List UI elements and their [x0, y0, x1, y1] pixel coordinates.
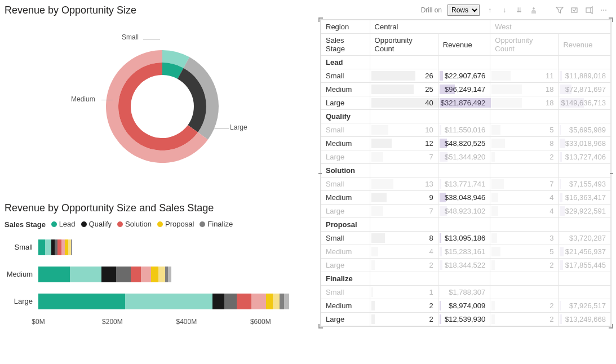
bar-row-small[interactable]: Small [5, 237, 309, 258]
table-row[interactable]: Small1$1,788,307 [321, 286, 611, 299]
table-row[interactable]: Medium4$15,283,1615$21,456,937 [321, 245, 611, 259]
row-size: Small [321, 123, 370, 137]
stage-row[interactable]: Lead [321, 56, 611, 69]
col-oppcount-w[interactable]: Opportunity Count [490, 34, 559, 56]
drill-up-icon[interactable]: ↑ [485, 6, 494, 15]
table-row[interactable]: Large40$321,876,49218$149,636,713 [321, 96, 611, 110]
legend-item-proposal[interactable]: Proposal [157, 220, 194, 228]
row-size: Large [321, 205, 370, 218]
cell-cnt-w: 4 [490, 191, 559, 205]
table-row[interactable]: Medium12$48,820,5258$33,018,968 [321, 137, 611, 150]
table-row[interactable]: Medium2$8,974,0092$7,926,517 [321, 299, 611, 313]
cell-rev: $48,923,102 [438, 205, 490, 218]
bar-seg [151, 267, 158, 282]
bar-seg-faded [158, 267, 165, 282]
bar-row-large[interactable]: Large [5, 291, 309, 312]
table-row[interactable]: Medium25$96,249,14718$72,871,697 [321, 83, 611, 96]
table-row[interactable]: Large7$51,344,9202$13,727,406 [321, 150, 611, 164]
cell-rev-w: $149,636,713 [559, 96, 611, 110]
bar-row-medium[interactable]: Medium [5, 264, 309, 285]
cell-rev: $48,820,525 [438, 137, 490, 150]
cell-cnt: 10 [370, 123, 438, 137]
cell-rev-w: $13,727,406 [559, 150, 611, 164]
table-row[interactable]: Medium9$38,048,9464$16,363,417 [321, 191, 611, 205]
legend-item-lead[interactable]: Lead [51, 220, 76, 228]
legend-item-finalize[interactable]: Finalize [200, 220, 233, 228]
table-row[interactable]: Small8$13,095,1863$3,720,287 [321, 232, 611, 245]
cell-cnt: 40 [370, 96, 438, 110]
row-size: Large [321, 259, 370, 272]
bar-seg-faded [251, 294, 266, 309]
bar-seg-faded [224, 294, 236, 309]
cell-cnt-w: 2 [490, 150, 559, 164]
cell-cnt: 13 [370, 177, 438, 191]
table-row[interactable]: Large7$48,923,1024$29,922,591 [321, 205, 611, 218]
row-size: Large [321, 150, 370, 164]
cell-rev-w: $3,720,287 [559, 232, 611, 245]
expand-down-icon[interactable]: ⇊ [515, 6, 524, 15]
donut-label-large: Large [230, 123, 247, 131]
region-central[interactable]: Central [370, 20, 490, 34]
cell-cnt: 2 [370, 299, 438, 313]
col-oppcount-c[interactable]: Opportunity Count [370, 34, 438, 56]
stage-row[interactable]: Proposal [321, 218, 611, 232]
cell-cnt: 7 [370, 150, 438, 164]
filter-icon[interactable] [555, 6, 564, 15]
cell-cnt: 26 [370, 69, 438, 83]
row-size: Small [321, 286, 370, 299]
cell-rev: $13,095,186 [438, 232, 490, 245]
more-icon[interactable]: ⋯ [599, 6, 608, 15]
legend-title: Sales Stage [5, 220, 46, 229]
cell-cnt-w: 2 [490, 259, 559, 272]
bar-seg-faded [45, 239, 52, 255]
cell-rev-w: $11,889,018 [559, 69, 611, 83]
cell-cnt-w: 5 [490, 245, 559, 259]
x-tick: $600M [250, 318, 271, 326]
stage-row[interactable]: Finalize [321, 272, 611, 286]
x-tick: $400M [176, 318, 197, 326]
legend-item-solution[interactable]: Solution [117, 220, 152, 228]
cell-rev: $1,788,307 [438, 286, 490, 299]
expand-all-icon[interactable] [529, 6, 538, 15]
legend-item-qualify[interactable]: Qualify [81, 220, 112, 228]
cell-rev-w: $17,855,445 [559, 259, 611, 272]
cell-rev: $51,344,920 [438, 150, 490, 164]
donut-chart: Revenue by Opportunity Size [5, 5, 309, 191]
matrix-visual[interactable]: RegionCentralWestSales StageOpportunity … [320, 19, 611, 327]
table-row[interactable]: Large2$12,539,9302$13,249,668 [321, 313, 611, 326]
stage-row[interactable]: Qualify [321, 110, 611, 123]
bar-seg-faded [273, 294, 280, 309]
cell-cnt: 25 [370, 83, 438, 96]
cell-rev: $38,048,946 [438, 191, 490, 205]
cell-rev: $8,974,009 [438, 299, 490, 313]
donut-svg[interactable] [38, 22, 275, 191]
drill-select[interactable]: Rows [447, 5, 480, 16]
cell-rev-w: $13,249,668 [559, 313, 611, 326]
cell-rev-w: $5,695,989 [559, 123, 611, 137]
table-row[interactable]: Small13$13,771,7417$7,155,493 [321, 177, 611, 191]
stage-row[interactable]: Solution [321, 164, 611, 177]
cell-cnt-w: 18 [490, 96, 559, 110]
bar-seg-faded [168, 267, 171, 282]
bar-seg [280, 294, 285, 309]
table-row[interactable]: Small10$11,550,0165$5,695,989 [321, 123, 611, 137]
cell-cnt-w: 8 [490, 137, 559, 150]
cell-rev: $13,771,741 [438, 177, 490, 191]
spotlight-icon[interactable] [570, 6, 579, 15]
bar-title: Revenue by Opportunity Size and Sales St… [5, 202, 309, 214]
legend-swatch-icon [81, 221, 87, 227]
bar-seg [101, 267, 116, 282]
col-revenue-c[interactable]: Revenue [438, 34, 490, 56]
cell-rev: $96,249,147 [438, 83, 490, 96]
cell-rev-w: $72,871,697 [559, 83, 611, 96]
focus-icon[interactable] [584, 6, 593, 15]
legend-swatch-icon [200, 221, 205, 227]
region-west[interactable]: West [490, 20, 611, 34]
table-row[interactable]: Large2$18,344,5222$17,855,445 [321, 259, 611, 272]
table-row[interactable]: Small26$22,907,67611$11,889,018 [321, 69, 611, 83]
cell-cnt-w: 5 [490, 123, 559, 137]
drill-down-icon[interactable]: ↓ [500, 6, 509, 15]
cell-rev-w: $21,456,937 [559, 245, 611, 259]
bar-category-label: Large [5, 297, 38, 305]
col-revenue-w[interactable]: Revenue [559, 34, 611, 56]
